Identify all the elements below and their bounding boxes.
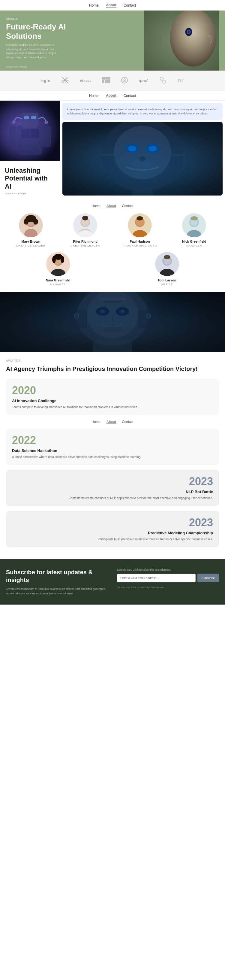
team-member: Nina Greenfield Manager <box>39 252 78 286</box>
hero-description: Lorem ipsum dolor sit amet, consectetur … <box>6 43 60 59</box>
svg-rect-28 <box>42 126 51 147</box>
svg-point-89 <box>120 310 124 313</box>
member-name-paul: Paul Hudson <box>130 240 150 243</box>
member-name-mary: Mary Brown <box>21 240 40 243</box>
svg-point-38 <box>139 156 146 161</box>
svg-point-70 <box>52 256 56 263</box>
nav2-about[interactable]: About <box>106 94 116 98</box>
avatar-nick <box>182 213 206 237</box>
logo-circle <box>121 76 128 85</box>
svg-rect-83 <box>103 301 122 302</box>
hero-image <box>144 11 219 71</box>
award-title-2022: Data Science Hackathon <box>12 449 213 453</box>
subscribe-description: At vero eos et accusam et justo duo dolo… <box>6 587 108 595</box>
member-role-nina: Manager <box>50 283 66 286</box>
team-nav: Home About Contact <box>6 204 219 208</box>
svg-point-59 <box>136 216 143 220</box>
email-input[interactable] <box>117 574 196 582</box>
award-title-2020: AI Innovation Challenge <box>12 399 213 403</box>
svg-point-85 <box>98 309 107 314</box>
unleash-text: Unleashing Potential with AI Image from … <box>0 161 60 198</box>
unleash-left: Unleashing Potential with AI Image from … <box>0 100 60 198</box>
logos-section: ogie HD ≡≡≡ qmd nr <box>0 71 225 91</box>
svg-point-54 <box>82 216 88 220</box>
robot-image-left <box>0 100 60 161</box>
awards-nav-contact[interactable]: Contact <box>122 420 133 424</box>
awards-label: Awards <box>6 359 219 363</box>
image-credit: Image from Freepik <box>5 192 55 195</box>
svg-point-35 <box>128 146 136 151</box>
hero-content: About us Future-Ready AI Solutions Lorem… <box>0 11 72 66</box>
svg-point-88 <box>118 309 127 314</box>
award-card-2023-nlp: 2023 NLP Bot Battle Contestants create c… <box>6 470 219 506</box>
svg-point-81 <box>87 292 138 339</box>
nav2: Home About Contact <box>0 91 225 100</box>
team-member: Piter Richmond Creative Leader <box>66 213 105 247</box>
subscribe-right: Sample text. Click to select the Text El… <box>117 568 219 595</box>
image-credit-link[interactable]: Freepik <box>18 192 26 195</box>
svg-rect-25 <box>21 129 39 138</box>
svg-rect-27 <box>9 126 18 147</box>
award-year-2023-nlp: 2023 <box>12 475 213 488</box>
avatar-piter <box>73 213 97 237</box>
subscribe-left: Subscribe for latest updates & insights … <box>6 568 108 595</box>
team-member: Paul Hudson Programming Guru <box>120 213 159 247</box>
svg-rect-77 <box>0 292 225 352</box>
award-card-2020: 2020 AI Innovation Challenge Teams compe… <box>6 379 219 415</box>
subscribe-sample-text: Sample text. Click to select the Text El… <box>117 568 219 571</box>
email-form: Subscribe <box>117 574 219 582</box>
svg-point-95 <box>146 313 151 318</box>
team-member: Tom Larson Artist <box>147 252 187 286</box>
svg-rect-22 <box>22 113 38 128</box>
svg-point-17 <box>124 80 125 81</box>
logo-grid <box>102 77 110 84</box>
member-name-nick: Nick Greenfield <box>182 240 206 243</box>
svg-rect-24 <box>31 116 36 119</box>
svg-rect-14 <box>105 80 110 83</box>
svg-point-71 <box>60 256 64 263</box>
team-nav-about[interactable]: About <box>106 204 116 208</box>
nav2-contact[interactable]: Contact <box>124 94 136 98</box>
svg-point-91 <box>103 327 122 332</box>
avatar-tom <box>155 252 179 276</box>
svg-point-80 <box>76 292 149 346</box>
svg-point-36 <box>146 143 160 153</box>
svg-rect-13 <box>102 80 105 83</box>
logo-nr: nr <box>178 78 184 84</box>
member-role-nick: Manager <box>186 244 202 247</box>
svg-point-4 <box>188 31 190 33</box>
nav-about[interactable]: About <box>106 3 116 8</box>
svg-rect-20 <box>0 100 60 161</box>
award-card-2022: 2022 Data Science Hackathon A timed comp… <box>6 429 219 465</box>
nav-home[interactable]: Home <box>89 3 99 8</box>
award-title-2023-nlp: NLP Bot Battle <box>12 490 213 494</box>
team-nav-home[interactable]: Home <box>92 204 100 208</box>
big-robot-image <box>0 292 225 352</box>
award-year-2020: 2020 <box>12 384 213 397</box>
svg-point-86 <box>101 310 105 313</box>
award-year-2022: 2022 <box>12 434 213 447</box>
svg-rect-21 <box>18 125 42 155</box>
subscribe-bottom-text: Sample text. Click to select the Text El… <box>117 586 219 589</box>
robot-image-right <box>62 122 223 196</box>
nav2-home[interactable]: Home <box>89 94 99 98</box>
member-name-piter: Piter Richmond <box>73 240 98 243</box>
logo-hd: HD ≡≡≡ <box>80 79 92 83</box>
awards-nav-about[interactable]: About <box>106 420 116 424</box>
hero-image-credit: Image from Freepik <box>6 65 27 68</box>
team-nav-contact[interactable]: Contact <box>122 204 133 208</box>
subscribe-button[interactable]: Subscribe <box>197 574 219 582</box>
svg-point-76 <box>164 255 170 259</box>
svg-point-94 <box>74 313 79 318</box>
svg-point-48 <box>33 219 38 225</box>
member-name-nina: Nina Greenfield <box>46 278 70 282</box>
avatar-mary <box>19 213 43 237</box>
svg-point-64 <box>190 216 198 220</box>
awards-nav-home[interactable]: Home <box>92 420 100 424</box>
hero-title: Future-Ready AI Solutions <box>6 22 66 41</box>
team-member: Nick Greenfield Manager <box>174 213 214 247</box>
svg-rect-11 <box>102 77 106 80</box>
nav-contact[interactable]: Contact <box>124 3 136 8</box>
svg-point-1 <box>170 11 216 67</box>
award-year-2023-pred: 2023 <box>12 516 213 529</box>
